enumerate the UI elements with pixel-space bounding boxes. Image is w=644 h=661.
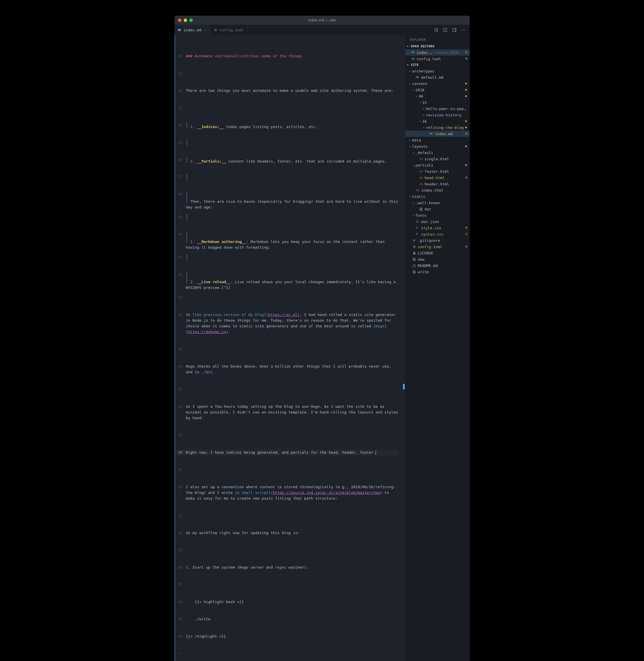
scm-badge: U [465, 232, 468, 236]
minimap[interactable] [401, 35, 405, 661]
markdown-icon [178, 28, 182, 32]
tree-file[interactable]: head.htmlM [405, 174, 470, 181]
tree-file[interactable]: index.html [405, 187, 470, 193]
tree-file[interactable]: #syntax.cssU [405, 231, 470, 237]
info-icon [412, 264, 417, 267]
code-line: So my workflow right now for updating th… [186, 530, 399, 536]
svg-point-15 [414, 246, 415, 247]
tree-folder[interactable]: ▾partials [405, 162, 470, 168]
code-line: There are two things you must automate t… [186, 88, 399, 94]
code-line: {{< /highlight >}} [186, 634, 399, 639]
code-line: 2. __Partials:__ content like headers, f… [186, 157, 399, 163]
tree-label: LICENSE [418, 251, 468, 255]
tree-folder[interactable]: ▸fonts [405, 212, 470, 218]
gear-icon [411, 57, 416, 61]
tree-file[interactable]: write [405, 268, 470, 275]
svg-point-0 [215, 29, 216, 30]
tree-file[interactable]: single.html [405, 156, 470, 162]
tree-label: dat [425, 207, 468, 211]
tree-label: layouts [412, 144, 465, 148]
chevron-down-icon: ▾ [413, 201, 416, 205]
tree-file[interactable]: {}dat.json [405, 218, 470, 225]
tree-label: refining-the-blog [426, 125, 465, 130]
tree-folder[interactable]: ▸hello-peer-to-peer-web [405, 105, 470, 112]
markdown-icon [429, 132, 434, 136]
tree-folder[interactable]: ▾content [405, 80, 470, 87]
license-icon [412, 251, 417, 255]
html-icon [419, 157, 423, 161]
tree-folder[interactable]: ▾2018 [405, 87, 470, 93]
tree-file[interactable]: dat [405, 206, 470, 212]
tree-label: data [412, 138, 468, 142]
modified-indicator-icon [465, 126, 467, 128]
tree-file[interactable]: README.md [405, 262, 470, 268]
svg-point-12 [413, 239, 414, 240]
tree-label: write [418, 270, 468, 274]
tree-file[interactable]: #style.cssM [405, 225, 470, 231]
tree-label: index.md [435, 132, 465, 136]
tree-file[interactable]: LICENSE [405, 250, 470, 256]
svg-text:#: # [416, 227, 417, 229]
code-line: ./write [186, 616, 399, 622]
close-tab-icon[interactable]: × [204, 28, 206, 32]
open-editor-item[interactable]: index.mdcontent/2018/...M [405, 49, 470, 55]
workspace-section[interactable]: ▾ SITE [405, 62, 470, 68]
tree-label: head.html [425, 176, 465, 180]
gear-icon [214, 28, 217, 32]
tree-folder[interactable]: ▾layouts [405, 143, 470, 149]
tree-file[interactable]: header.html [405, 181, 470, 187]
html-icon [419, 182, 423, 186]
tree-folder[interactable]: ▾06 [405, 93, 470, 99]
code-editor[interactable]: 10### Automate <strike>all</strike> some… [175, 35, 405, 661]
split-editor-icon[interactable] [452, 28, 457, 32]
tab-config-toml[interactable]: config.toml [210, 25, 248, 35]
tree-label: single.html [425, 157, 468, 161]
tree-label: header.html [425, 182, 468, 186]
code-line: ### Automate <strike>all</strike> some o… [186, 53, 399, 59]
modified-indicator-icon [465, 145, 467, 147]
tab-label: config.toml [219, 28, 244, 32]
tree-folder[interactable]: ▾refining-the-blog [405, 124, 470, 131]
scm-badge: M [465, 176, 468, 180]
titlebar: index.md — site [175, 16, 470, 25]
editor-tabs-row: index.md × config.toml [175, 25, 470, 35]
tree-folder[interactable]: ▾.well-known [405, 199, 470, 206]
open-editor-item[interactable]: config.tomlM [405, 55, 470, 62]
tree-label: revision-history [426, 113, 468, 117]
svg-text:#: # [416, 233, 417, 236]
tree-label: style.css [421, 226, 465, 230]
tree-folder[interactable]: ▸data [405, 137, 470, 143]
tree-label: footer.html [425, 169, 468, 174]
more-actions-icon[interactable] [461, 28, 466, 32]
tree-label: README.md [418, 263, 468, 268]
tree-file[interactable]: default.md [405, 74, 470, 80]
tree-folder[interactable]: ▾archetypes [405, 68, 470, 74]
code-line: 1. Start up the system (Hugo server and … [186, 565, 399, 570]
open-editors-section[interactable]: ▾ OPEN EDITORS [405, 43, 470, 49]
tree-folder[interactable]: ▾15 [405, 99, 470, 105]
tree-label: 06 [419, 94, 465, 98]
scm-badge: M [465, 226, 468, 230]
tab-index-md[interactable]: index.md × [175, 25, 210, 35]
tree-folder[interactable]: ▾16 [405, 118, 470, 124]
svg-point-16 [414, 252, 415, 253]
code-line: Hugo checks all the boxes above, does a … [186, 363, 399, 375]
tree-folder[interactable]: ▸revision-history [405, 112, 470, 118]
json-icon: {} [416, 220, 420, 223]
tree-folder[interactable]: ▾_default [405, 149, 470, 156]
tree-file[interactable]: footer.html [405, 168, 470, 174]
minimap-viewport[interactable] [403, 384, 405, 389]
code-line: 1. __Indices:__ Index pages listing post… [186, 122, 399, 128]
chevron-down-icon: ▾ [407, 45, 410, 48]
chevron-down-icon: ▾ [423, 126, 426, 129]
tree-file[interactable]: config.tomlM [405, 243, 470, 250]
tab-label: index.md [184, 28, 202, 32]
file-icon [419, 207, 423, 211]
open-changes-icon[interactable] [434, 28, 438, 32]
tree-file[interactable]: index.mdM [405, 131, 470, 137]
preview-icon[interactable] [443, 28, 447, 32]
tree-file[interactable]: .gitignore [405, 237, 470, 243]
tree-file[interactable]: new [405, 256, 470, 262]
tree-folder[interactable]: ▾static [405, 193, 470, 199]
code-line: So I spent a few hours today setting up … [186, 404, 399, 421]
